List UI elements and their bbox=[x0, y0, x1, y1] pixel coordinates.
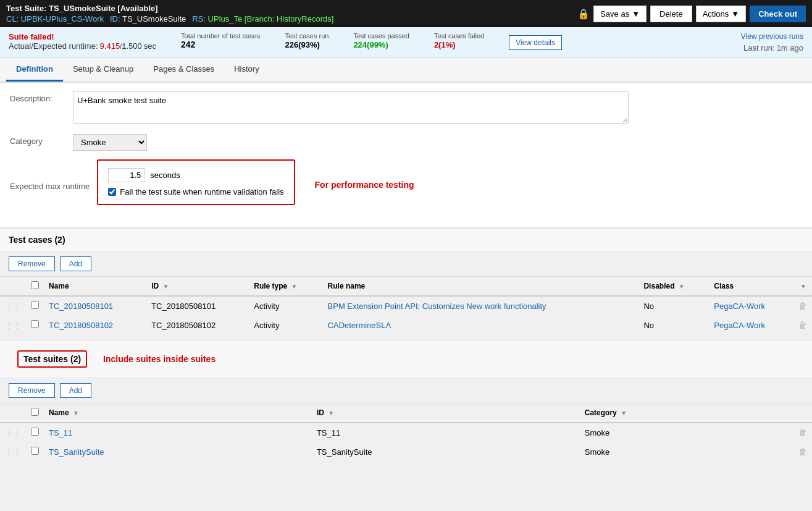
id-label: ID: TS_USmokeSuite bbox=[110, 14, 186, 23]
case-disabled: No bbox=[638, 296, 709, 316]
header-info: Test Suite: TS_USmokeSuite [Available] C… bbox=[6, 4, 333, 23]
row-checkbox[interactable] bbox=[26, 296, 44, 316]
drag-handle: ⋮⋮ bbox=[0, 296, 26, 316]
include-note: Include suites inside suites bbox=[103, 354, 216, 364]
failed-value: 2(1%) bbox=[434, 40, 484, 49]
description-row: Description: U+Bank smoke test suite bbox=[10, 91, 802, 125]
main-content: Description: U+Bank smoke test suite Cat… bbox=[0, 83, 812, 227]
select-all-suites[interactable] bbox=[31, 408, 39, 416]
delete-icon[interactable]: 🗑 bbox=[798, 447, 807, 457]
suite-category: Smoke bbox=[580, 423, 793, 442]
header-actions: 🔒 Save as ▼ Delete Actions ▼ Check out bbox=[577, 6, 806, 22]
actions-button[interactable]: Actions ▼ bbox=[696, 6, 747, 22]
suite-delete[interactable]: 🗑 bbox=[793, 423, 812, 442]
runtime-fields: seconds Fail the test suite when runtime… bbox=[97, 159, 295, 210]
checkout-button[interactable]: Check out bbox=[750, 6, 806, 22]
runtime-input-row: seconds bbox=[108, 168, 283, 182]
row-select[interactable] bbox=[31, 301, 39, 309]
row-checkbox[interactable] bbox=[26, 442, 44, 462]
suites-remove-button[interactable]: Remove bbox=[9, 383, 55, 398]
chevron-down-icon: ▼ bbox=[632, 9, 640, 19]
status-right: View previous runs Last run: 1m ago bbox=[741, 32, 803, 53]
tab-history[interactable]: History bbox=[224, 58, 269, 82]
case-rule-name: CADetermineSLA bbox=[323, 316, 639, 335]
row-select[interactable] bbox=[31, 447, 39, 455]
save-as-button[interactable]: Save as ▼ bbox=[593, 6, 647, 22]
case-class-link[interactable]: PegaCA-Work bbox=[714, 321, 765, 330]
description-textarea[interactable]: U+Bank smoke test suite bbox=[73, 91, 629, 124]
suite-category: Smoke bbox=[580, 442, 793, 462]
description-field: U+Bank smoke test suite bbox=[73, 91, 802, 125]
perf-note: For performance testing bbox=[315, 180, 414, 190]
case-rule-name-link[interactable]: CADetermineSLA bbox=[328, 321, 391, 330]
row-select[interactable] bbox=[31, 428, 39, 436]
suite-name-link[interactable]: TS_11 bbox=[49, 428, 72, 437]
fail-checkbox[interactable] bbox=[108, 188, 116, 196]
fail-checkbox-row: Fail the test suite when runtime validat… bbox=[108, 187, 283, 196]
tab-pages[interactable]: Pages & Classes bbox=[143, 58, 224, 82]
last-run-info: Last run: 1m ago bbox=[743, 43, 803, 53]
header-meta: CL: UPBK-UPlus_CS-Work ID: TS_USmokeSuit… bbox=[6, 14, 333, 23]
suite-id: TS_SanitySuite bbox=[312, 442, 580, 462]
select-all-cases[interactable] bbox=[31, 281, 39, 289]
drag-handle: ⋮⋮ bbox=[0, 442, 26, 462]
case-name-link[interactable]: TC_20180508101 bbox=[49, 302, 113, 311]
case-rule-name-link[interactable]: BPM Extension Point API: Customizes New … bbox=[328, 302, 546, 311]
row-select[interactable] bbox=[31, 320, 39, 328]
col-id: ID ▼ bbox=[146, 277, 249, 297]
case-name: TC_20180508101 bbox=[44, 296, 146, 316]
suite-id: TS_11 bbox=[312, 423, 580, 442]
passed-value: 224(99%) bbox=[353, 40, 409, 49]
suites-add-button[interactable]: Add bbox=[60, 383, 91, 398]
table-row: ⋮⋮ TS_SanitySuite TS_SanitySuite Smoke 🗑 bbox=[0, 442, 812, 462]
test-cases-table: Name ID ▼ Rule type ▼ Rule name Disabled… bbox=[0, 276, 812, 335]
runtime-unit: seconds bbox=[150, 171, 180, 180]
row-checkbox[interactable] bbox=[26, 316, 44, 335]
test-cases-remove-button[interactable]: Remove bbox=[9, 256, 55, 271]
case-name-link[interactable]: TC_20180508102 bbox=[49, 321, 113, 330]
delete-icon[interactable]: 🗑 bbox=[798, 320, 807, 330]
tab-setup[interactable]: Setup & Cleanup bbox=[63, 58, 143, 82]
case-class: PegaCA-Work bbox=[709, 296, 793, 316]
case-rule-type: Activity bbox=[249, 296, 322, 316]
view-previous-runs-link[interactable]: View previous runs bbox=[741, 32, 803, 41]
view-details-button[interactable]: View details bbox=[509, 35, 562, 50]
tabs-bar: Definition Setup & Cleanup Pages & Class… bbox=[0, 58, 812, 83]
header-bar: Test Suite: TS_USmokeSuite [Available] C… bbox=[0, 0, 812, 27]
drag-handle: ⋮⋮ bbox=[0, 316, 26, 335]
case-class-link[interactable]: PegaCA-Work bbox=[714, 302, 765, 311]
category-label: Category bbox=[10, 134, 65, 146]
sort-icon: ▼ bbox=[621, 410, 627, 416]
delete-button[interactable]: Delete bbox=[650, 6, 692, 22]
runtime-label: Expected max runtime bbox=[10, 179, 90, 191]
sort-icon: ▼ bbox=[291, 283, 298, 290]
chevron-down-icon: ▼ bbox=[731, 9, 739, 19]
sort-icon: ▼ bbox=[328, 410, 334, 416]
test-cases-add-button[interactable]: Add bbox=[60, 256, 91, 271]
suite-name: TS_SanitySuite bbox=[44, 442, 312, 462]
col-check bbox=[26, 277, 44, 297]
tab-definition[interactable]: Definition bbox=[6, 58, 63, 82]
test-suites-section: Test suites (2) Include suites inside su… bbox=[0, 340, 812, 462]
delete-icon[interactable]: 🗑 bbox=[798, 301, 807, 311]
suite-name-link[interactable]: TS_SanitySuite bbox=[49, 447, 104, 457]
sort-icon: ▼ bbox=[800, 283, 806, 290]
col-suite-id: ID ▼ bbox=[312, 403, 580, 423]
test-cases-section: Test cases (2) Remove Add Name ID ▼ Rule… bbox=[0, 228, 812, 335]
delete-icon[interactable]: 🗑 bbox=[798, 428, 807, 437]
case-id: TC_20180508101 bbox=[146, 296, 249, 316]
case-delete[interactable]: 🗑 bbox=[793, 296, 812, 316]
cl-label: CL: UPBK-UPlus_CS-Work bbox=[6, 14, 104, 23]
row-checkbox[interactable] bbox=[26, 423, 44, 442]
actual-runtime: 9.415 bbox=[100, 41, 120, 51]
col-disabled: Disabled ▼ bbox=[638, 277, 709, 297]
drag-handle: ⋮⋮ bbox=[0, 423, 26, 442]
case-delete[interactable]: 🗑 bbox=[793, 316, 812, 335]
runtime-input[interactable] bbox=[108, 168, 145, 182]
category-select[interactable]: Smoke Regression Unit bbox=[73, 134, 147, 151]
table-row: ⋮⋮ TC_20180508101 TC_20180508101 Activit… bbox=[0, 296, 812, 316]
case-class: PegaCA-Work bbox=[709, 316, 793, 335]
status-bar: Suite failed! Actual/Expected runtime: 9… bbox=[0, 27, 812, 58]
runtime-row: Expected max runtime seconds Fail the te… bbox=[10, 159, 802, 210]
suite-delete[interactable]: 🗑 bbox=[793, 442, 812, 462]
